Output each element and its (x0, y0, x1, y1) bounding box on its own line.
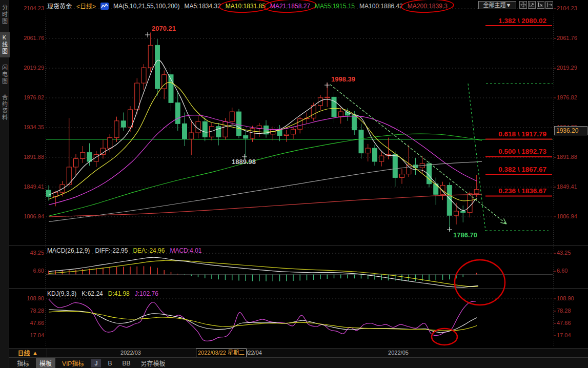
svg-text:0.382 \ 1867.67: 0.382 \ 1867.67 (498, 166, 546, 173)
period-selector-label: 日线 (18, 349, 30, 357)
svg-text:1.382 \ 2080.02: 1.382 \ 2080.02 (498, 17, 546, 25)
svg-text:108.90: 108.90 (27, 295, 44, 301)
svg-text:78.28: 78.28 (30, 308, 44, 314)
fib-levels: 1.382 \ 2080.020.618 \ 1917.790.500 \ 18… (485, 17, 552, 196)
svg-text:1786.70: 1786.70 (453, 231, 477, 239)
ma-line-ma21 (49, 115, 477, 205)
macd-dea-line (49, 260, 478, 287)
svg-text:2070.21: 2070.21 (152, 25, 176, 32)
ma-value-ma5: MA5:1834.32 (184, 3, 220, 10)
tab-j[interactable]: J (91, 359, 101, 367)
macd-params-label: MACD(26,12,9) (47, 247, 90, 254)
svg-text:1891.88: 1891.88 (24, 154, 44, 160)
pan-move-icon[interactable] (519, 1, 527, 9)
macd-header: MACD(26,12,9) DIFF:-22.95 DEA:-24.96 MAC… (47, 247, 201, 254)
chart-type-sidebar: 分时图K线图闪电图合约资料 (0, 0, 9, 368)
svg-text:78.28: 78.28 (557, 308, 571, 314)
kdj-j-line (49, 299, 476, 341)
svg-text:6.60: 6.60 (33, 268, 44, 274)
svg-text:1889.98: 1889.98 (232, 158, 256, 166)
period-selector[interactable]: 日线 ▲ (9, 349, 47, 357)
svg-text:47.66: 47.66 (30, 320, 44, 326)
instrument-title: 现货黄金 (47, 2, 72, 10)
svg-text:1891.88: 1891.88 (557, 154, 577, 160)
svg-text:0.500 \ 1892.73: 0.500 \ 1892.73 (498, 148, 546, 155)
tab-b[interactable]: B (104, 359, 115, 367)
crosshair-date-box: 2022/03/22 星期二 (196, 349, 247, 357)
x-axis-label: 2022/05 (388, 350, 409, 356)
crosshair-price-box: 1936.20 (554, 126, 587, 135)
period-label: <日线> (76, 2, 96, 10)
svg-text:1806.94: 1806.94 (557, 213, 577, 219)
ma-value-ma55: MA55:1915.15 (315, 3, 355, 10)
macd-macd-value: MACD:4.01 (170, 247, 201, 254)
svg-text:1849.41: 1849.41 (24, 183, 44, 190)
ma-value-ma100: MA100:1886.42 (359, 3, 403, 10)
kdj-j-value: J:102.76 (135, 290, 158, 297)
ma-line-ma100 (49, 161, 482, 221)
trading-app-window: 1.382 \ 2080.020.618 \ 1917.790.500 \ 18… (0, 0, 588, 368)
ma-line-ma10 (49, 83, 477, 201)
kline-chart-icon (100, 3, 109, 10)
shift-right-icon[interactable] (545, 1, 553, 9)
sidebar-item-heyue[interactable]: 合约资料 (0, 92, 10, 124)
svg-text:2061.76: 2061.76 (557, 35, 577, 41)
macd-diff-line (49, 257, 478, 287)
svg-text:1806.94: 1806.94 (24, 213, 44, 219)
svg-text:43.25: 43.25 (557, 250, 571, 256)
svg-text:17.04: 17.04 (30, 332, 44, 338)
svg-text:1976.82: 1976.82 (24, 94, 44, 100)
svg-text:47.66: 47.66 (557, 320, 571, 326)
macd-dea-value: DEA:-24.96 (133, 247, 165, 254)
tab-vip[interactable]: VIP指标 (58, 358, 88, 368)
ma-params-label: MA(5,10,21,55,100,200) (113, 3, 179, 10)
kdj-params-label: KDJ(9,3,3) (47, 290, 76, 297)
tab-moban[interactable]: 模板 (36, 358, 55, 368)
svg-text:2019.29: 2019.29 (24, 65, 44, 71)
chart-canvas: 1.382 \ 2080.020.618 \ 1917.790.500 \ 18… (0, 0, 588, 368)
chart-header: 现货黄金 <日线> MA(5,10,21,55,100,200) MA5:183… (47, 2, 448, 10)
svg-text:1849.41: 1849.41 (557, 183, 577, 190)
kdj-header: KDJ(9,3,3) K:62.24 D:41.98 J:102.76 (47, 290, 158, 297)
svg-text:2061.76: 2061.76 (24, 35, 44, 41)
svg-text:1976.82: 1976.82 (557, 94, 577, 100)
period-selector-arrow: ▲ (32, 350, 38, 357)
fit-right-range-icon[interactable] (537, 1, 544, 9)
sidebar-item-fenshi[interactable]: 分时图 (0, 2, 10, 27)
ma-value-ma200: MA200:1839.3 (408, 3, 448, 10)
ma-value-ma21: MA21:1858.27 (270, 3, 310, 10)
themes-dropdown[interactable]: 全部主题▼ (478, 1, 516, 9)
tab-lingcun[interactable]: 另存模板 (137, 358, 169, 368)
kdj-panel (49, 299, 477, 341)
svg-text:2104.23: 2104.23 (24, 5, 44, 11)
svg-text:0.236 \ 1836.67: 0.236 \ 1836.67 (498, 187, 546, 195)
svg-text:17.04: 17.04 (557, 332, 571, 338)
macd-diff-value: DIFF:-22.95 (95, 247, 128, 254)
svg-text:0.618 \ 1917.79: 0.618 \ 1917.79 (498, 130, 546, 138)
kdj-k-value: K:62.24 (82, 290, 103, 297)
ma-overlay (49, 60, 482, 221)
svg-text:2019.29: 2019.29 (557, 65, 577, 71)
macd-panel (46, 257, 553, 287)
svg-text:1934.35: 1934.35 (24, 124, 44, 130)
x-axis-bar: 日线 ▲ 2022/032022/042022/05 2022/03/22 星期… (9, 348, 588, 358)
tab-bb[interactable]: BB (118, 359, 134, 367)
swing-annotations: 2070.211998.391889.981786.70 (145, 25, 477, 239)
x-axis-label: 2022/03 (120, 350, 141, 356)
svg-text:2104.23: 2104.23 (557, 5, 577, 11)
svg-text:43.25: 43.25 (30, 250, 44, 256)
svg-text:108.90: 108.90 (557, 295, 574, 301)
chart-toolbar-icons (519, 1, 553, 9)
tab-zhibiao[interactable]: 指标 (13, 358, 33, 368)
bottom-toolbar: 指标模板VIP指标JBBB另存模板 (9, 358, 588, 368)
ma-line-ma5 (49, 60, 477, 211)
kdj-d-value: D:41.98 (108, 290, 130, 297)
svg-text:1998.39: 1998.39 (331, 75, 355, 83)
svg-text:6.60: 6.60 (557, 268, 567, 274)
sidebar-item-kline[interactable]: K线图 (0, 32, 10, 57)
fit-left-range-icon[interactable] (528, 1, 536, 9)
ma-value-ma10: MA10:1831.85 (226, 3, 266, 10)
sidebar-item-shandian[interactable]: 闪电图 (0, 62, 10, 87)
